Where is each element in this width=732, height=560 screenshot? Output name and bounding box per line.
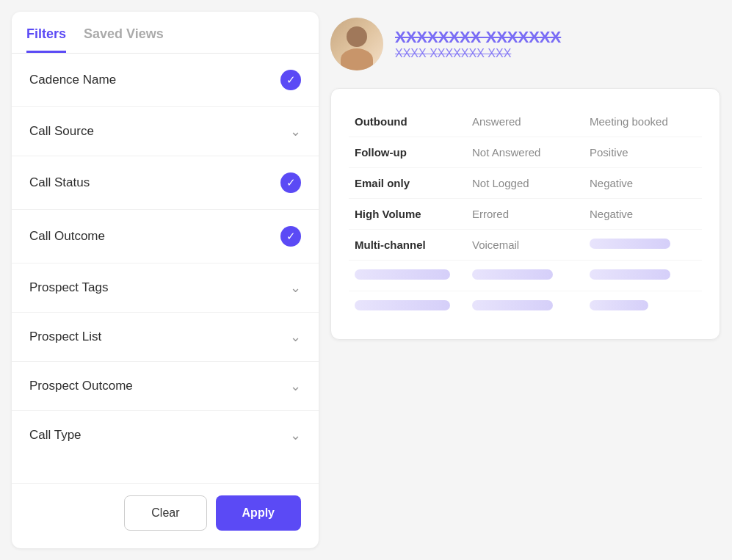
cell-status-0: Answered bbox=[466, 106, 584, 137]
skeleton-bar bbox=[590, 300, 648, 310]
cell-outcome-0: Meeting booked bbox=[584, 106, 702, 137]
check-icon-call-status: ✓ bbox=[280, 172, 301, 193]
chevron-icon-prospect-tags: ⌄ bbox=[290, 280, 301, 296]
filter-item-prospect-outcome[interactable]: Prospect Outcome ⌄ bbox=[12, 362, 319, 411]
chevron-icon-prospect-outcome: ⌄ bbox=[290, 378, 301, 394]
left-panel: Filters Saved Views Cadence Name ✓ Call … bbox=[12, 12, 319, 548]
filter-item-call-outcome[interactable]: Call Outcome ✓ bbox=[12, 210, 319, 263]
table-row: Outbound Answered Meeting booked bbox=[349, 106, 702, 137]
tabs-row: Filters Saved Views bbox=[12, 12, 319, 54]
skeleton-bar bbox=[355, 269, 450, 280]
skeleton-bar bbox=[472, 300, 553, 310]
cell-type-1: Follow-up bbox=[349, 137, 466, 168]
cell-outcome-1: Positive bbox=[584, 137, 702, 168]
filter-label-call-status: Call Status bbox=[29, 175, 90, 190]
filter-item-prospect-tags[interactable]: Prospect Tags ⌄ bbox=[12, 263, 319, 313]
cell-outcome-2: Negative bbox=[584, 168, 702, 199]
skeleton-outcome-6 bbox=[584, 291, 702, 322]
tab-filters[interactable]: Filters bbox=[26, 26, 66, 53]
profile-name: XXXXXXXX XXXXXXX bbox=[395, 28, 561, 47]
check-icon-call-outcome: ✓ bbox=[280, 226, 301, 247]
table-row: Follow-up Not Answered Positive bbox=[349, 137, 702, 168]
filter-label-prospect-tags: Prospect Tags bbox=[29, 280, 108, 295]
chevron-icon-call-type: ⌄ bbox=[290, 427, 301, 443]
filter-label-prospect-list: Prospect List bbox=[29, 330, 101, 344]
filter-list: Cadence Name ✓ Call Source ⌄ Call Status… bbox=[12, 54, 319, 483]
filter-label-call-type: Call Type bbox=[29, 428, 81, 443]
cell-status-1: Not Answered bbox=[466, 137, 584, 168]
skeleton-outcome-5 bbox=[584, 261, 702, 291]
filter-item-prospect-list[interactable]: Prospect List ⌄ bbox=[12, 313, 319, 362]
table-row: Email only Not Logged Negative bbox=[349, 168, 702, 199]
filter-label-prospect-outcome: Prospect Outcome bbox=[29, 379, 133, 393]
table-row: High Volume Errored Negative bbox=[349, 199, 702, 230]
data-table: Outbound Answered Meeting booked Follow-… bbox=[349, 106, 702, 321]
avatar-image bbox=[330, 18, 383, 70]
table-row: Multi-channel Voicemail bbox=[349, 230, 702, 261]
skeleton-bar bbox=[472, 269, 553, 280]
check-icon-cadence-name: ✓ bbox=[280, 70, 301, 90]
bottom-buttons: Clear Apply bbox=[12, 483, 319, 548]
filter-label-cadence-name: Cadence Name bbox=[29, 73, 116, 87]
filter-item-cadence-name[interactable]: Cadence Name ✓ bbox=[12, 54, 319, 107]
profile-header: XXXXXXXX XXXXXXX XXXX XXXXXXX XXX bbox=[330, 12, 720, 76]
skeleton-outcome-4 bbox=[590, 239, 670, 249]
cell-outcome-4 bbox=[584, 230, 702, 261]
chevron-icon-prospect-list: ⌄ bbox=[290, 329, 301, 345]
filter-item-call-type[interactable]: Call Type ⌄ bbox=[12, 411, 319, 459]
skeleton-status-6 bbox=[466, 291, 584, 322]
apply-button[interactable]: Apply bbox=[216, 495, 301, 531]
tab-saved-views[interactable]: Saved Views bbox=[84, 26, 164, 53]
cell-type-0: Outbound bbox=[349, 106, 466, 137]
cell-type-4: Multi-channel bbox=[349, 230, 466, 261]
cell-status-4: Voicemail bbox=[466, 230, 584, 261]
avatar bbox=[330, 18, 383, 70]
skeleton-row-2 bbox=[349, 291, 702, 322]
cell-status-3: Errored bbox=[466, 199, 584, 230]
filter-item-call-source[interactable]: Call Source ⌄ bbox=[12, 107, 319, 156]
profile-subtitle: XXXX XXXXXXX XXX bbox=[395, 47, 561, 60]
right-panel: XXXXXXXX XXXXXXX XXXX XXXXXXX XXX Outbou… bbox=[330, 12, 720, 548]
clear-button[interactable]: Clear bbox=[124, 495, 206, 531]
skeleton-row-1 bbox=[349, 261, 702, 291]
data-card: Outbound Answered Meeting booked Follow-… bbox=[330, 88, 720, 340]
cell-status-2: Not Logged bbox=[466, 168, 584, 199]
cell-outcome-3: Negative bbox=[584, 199, 702, 230]
skeleton-type-5 bbox=[349, 261, 466, 291]
skeleton-bar bbox=[590, 269, 670, 280]
chevron-icon-call-source: ⌄ bbox=[290, 123, 301, 139]
skeleton-bar bbox=[355, 300, 450, 310]
skeleton-type-6 bbox=[349, 291, 466, 322]
skeleton-status-5 bbox=[466, 261, 584, 291]
cell-type-3: High Volume bbox=[349, 199, 466, 230]
filter-label-call-source: Call Source bbox=[29, 124, 94, 139]
filter-label-call-outcome: Call Outcome bbox=[29, 229, 105, 244]
cell-type-2: Email only bbox=[349, 168, 466, 199]
filter-item-call-status[interactable]: Call Status ✓ bbox=[12, 156, 319, 210]
